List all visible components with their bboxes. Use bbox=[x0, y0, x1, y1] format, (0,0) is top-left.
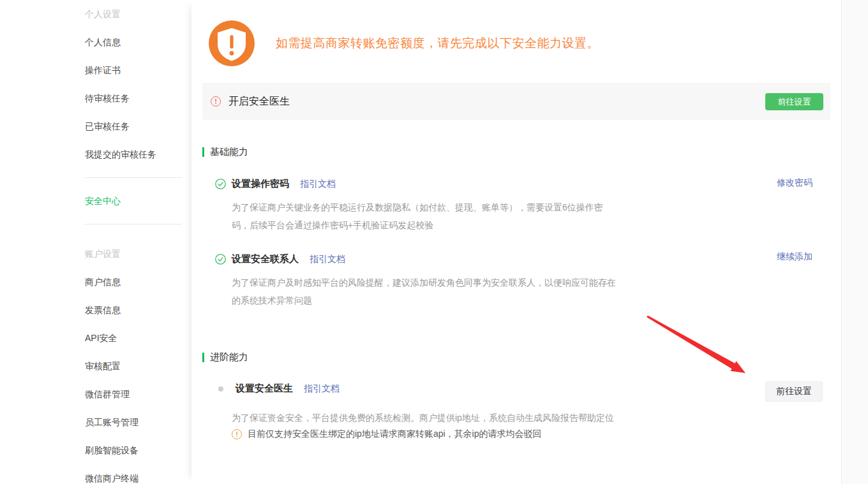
section-title: 基础能力 bbox=[210, 146, 248, 158]
section-header-advanced: 进阶能力 bbox=[202, 351, 248, 363]
alert-circle-icon: ! bbox=[211, 96, 221, 106]
pending-dot-icon bbox=[218, 386, 223, 392]
sidebar-item[interactable]: 微信群管理 bbox=[0, 380, 191, 408]
capability-row-contact: 设置安全联系人 指引文档 bbox=[215, 253, 345, 265]
doctor-go-setup-button[interactable]: 前往设置 bbox=[765, 381, 823, 402]
capability-desc: 为了保证资金安全，平台提供免费的系统检测。商户提供ip地址，系统自动生成风险报告… bbox=[232, 409, 678, 427]
sidebar-item: 个人设置 bbox=[0, 0, 191, 28]
sidebar-item[interactable]: 发票信息 bbox=[0, 296, 191, 324]
sidebar-item: 账户设置 bbox=[0, 240, 191, 268]
sidebar-item[interactable]: 个人信息 bbox=[0, 28, 191, 56]
section-bar bbox=[202, 147, 204, 157]
notice-text: 如需提高商家转账免密额度，请先完成以下安全能力设置。 bbox=[276, 35, 599, 52]
modify-password-link[interactable]: 修改密码 bbox=[777, 177, 812, 189]
capability-title: 设置操作密码 bbox=[232, 178, 289, 190]
sidebar-item[interactable]: 操作证书 bbox=[0, 56, 191, 84]
sidebar-item[interactable]: 我提交的审核任务 bbox=[0, 140, 191, 168]
main-content: 如需提高商家转账免密额度，请先完成以下安全能力设置。 ! 开启安全医生 前往设置… bbox=[191, 0, 841, 484]
guide-doc-link[interactable]: 指引文档 bbox=[300, 179, 336, 190]
capability-row-password: 设置操作密码 指引文档 bbox=[215, 178, 336, 190]
security-notice: 如需提高商家转账免密额度，请先完成以下安全能力设置。 bbox=[209, 20, 599, 66]
sidebar-item[interactable]: 商户信息 bbox=[0, 268, 191, 296]
section-bar bbox=[202, 353, 204, 362]
banner-go-setup-button[interactable]: 前往设置 bbox=[765, 93, 823, 110]
sidebar-item[interactable]: 微信商户终端 bbox=[0, 464, 191, 484]
sidebar-item[interactable]: API安全 bbox=[0, 324, 191, 352]
sidebar: 个人设置个人信息操作证书待审核任务已审核任务我提交的审核任务安全中心账户设置商户… bbox=[0, 0, 191, 484]
capability-title: 设置安全联系人 bbox=[232, 253, 299, 265]
capability-warning: ! 目前仅支持安全医生绑定的ip地址请求商家转账api，其余ip的请求均会驳回 bbox=[232, 429, 541, 440]
security-doctor-banner: ! 开启安全医生 前往设置 bbox=[202, 83, 830, 120]
sidebar-item[interactable]: 刷脸智能设备 bbox=[0, 436, 191, 464]
sidebar-item[interactable]: 员工账号管理 bbox=[0, 408, 191, 436]
sidebar-item[interactable]: 审核配置 bbox=[0, 352, 191, 380]
capability-desc: 为了保证商户关键业务的平稳运行及数据隐私（如付款、提现、账单等），需要设置6位操… bbox=[232, 198, 620, 234]
guide-doc-link[interactable]: 指引文档 bbox=[310, 254, 345, 265]
section-header-basic: 基础能力 bbox=[202, 146, 248, 158]
warning-text: 目前仅支持安全医生绑定的ip地址请求商家转账api，其余ip的请求均会驳回 bbox=[248, 429, 541, 440]
page-right-gutter bbox=[841, 0, 868, 484]
sidebar-divider bbox=[85, 177, 182, 178]
security-center-page: 个人设置个人信息操作证书待审核任务已审核任务我提交的审核任务安全中心账户设置商户… bbox=[0, 0, 868, 484]
capability-row-doctor: 设置安全医生 指引文档 bbox=[215, 383, 340, 395]
continue-add-link[interactable]: 继续添加 bbox=[777, 251, 812, 263]
guide-doc-link[interactable]: 指引文档 bbox=[304, 383, 340, 395]
check-circle-icon bbox=[215, 179, 226, 189]
capability-title: 设置安全医生 bbox=[236, 383, 293, 395]
banner-title: 开启安全医生 bbox=[228, 95, 290, 108]
warning-circle-icon: ! bbox=[232, 429, 242, 439]
sidebar-item[interactable]: 待审核任务 bbox=[0, 84, 191, 112]
capability-desc: 为了保证商户及时感知平台的风险提醒，建议添加研发角色同事为安全联系人，以便响应可… bbox=[232, 274, 620, 309]
shield-exclamation-icon bbox=[209, 20, 255, 66]
sidebar-item[interactable]: 安全中心 bbox=[0, 187, 191, 215]
check-circle-icon bbox=[215, 254, 226, 265]
sidebar-divider bbox=[85, 224, 182, 224]
sidebar-item[interactable]: 已审核任务 bbox=[0, 112, 191, 140]
section-title: 进阶能力 bbox=[210, 351, 248, 363]
